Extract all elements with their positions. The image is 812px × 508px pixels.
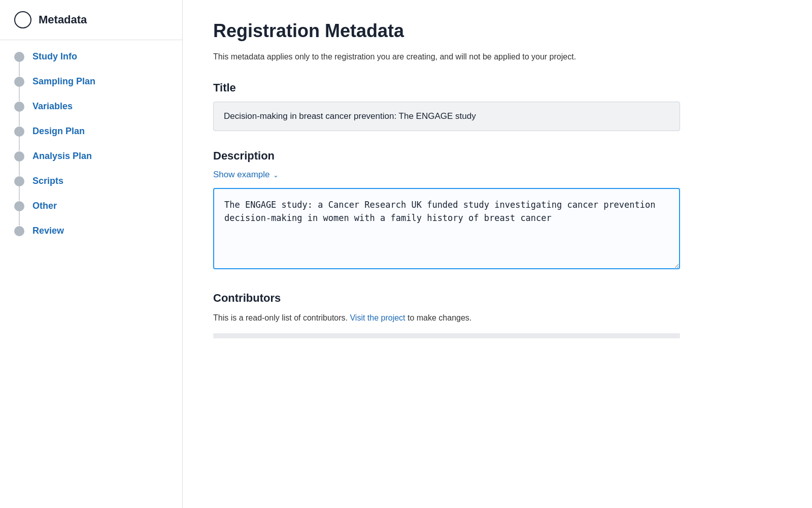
scripts-dot-icon	[14, 176, 24, 186]
design-plan-dot-icon	[14, 126, 24, 137]
contributors-heading: Contributors	[213, 292, 782, 305]
variables-dot-icon	[14, 102, 24, 112]
sidebar-item-sampling-plan[interactable]: Sampling Plan	[0, 69, 182, 94]
title-section-heading: Title	[213, 81, 782, 94]
sidebar-item-label-sampling-plan: Sampling Plan	[32, 76, 95, 87]
sidebar-item-other[interactable]: Other	[0, 194, 182, 218]
metadata-circle-icon	[14, 11, 31, 28]
description-textarea[interactable]	[213, 188, 680, 269]
review-dot-icon	[14, 226, 24, 236]
analysis-plan-dot-icon	[14, 151, 24, 162]
sidebar-item-variables[interactable]: Variables	[0, 94, 182, 119]
sidebar-item-label-review: Review	[32, 226, 64, 236]
main-content: Registration Metadata This metadata appl…	[183, 0, 812, 508]
show-example-label: Show example	[213, 170, 270, 180]
sidebar-item-label-analysis-plan: Analysis Plan	[32, 151, 92, 162]
sidebar: Metadata Study InfoSampling PlanVariable…	[0, 0, 183, 508]
sidebar-header[interactable]: Metadata	[0, 0, 182, 40]
sampling-plan-dot-icon	[14, 77, 24, 87]
description-section-heading: Description	[213, 149, 782, 163]
visit-project-link[interactable]: Visit the project	[350, 313, 405, 322]
other-dot-icon	[14, 201, 24, 211]
sidebar-item-review[interactable]: Review	[0, 218, 182, 243]
sidebar-item-label-variables: Variables	[32, 101, 73, 112]
study-info-dot-icon	[14, 52, 24, 62]
sidebar-nav: Study InfoSampling PlanVariablesDesign P…	[0, 40, 182, 508]
sidebar-item-design-plan[interactable]: Design Plan	[0, 119, 182, 144]
sidebar-item-label-other: Other	[32, 201, 57, 211]
sidebar-item-analysis-plan[interactable]: Analysis Plan	[0, 144, 182, 169]
contributors-description: This is a read-only list of contributors…	[213, 312, 782, 324]
sidebar-item-label-scripts: Scripts	[32, 176, 63, 186]
title-input[interactable]	[213, 102, 680, 131]
chevron-down-icon: ⌄	[273, 171, 279, 179]
sidebar-item-label-study-info: Study Info	[32, 51, 77, 62]
contributors-suffix: to make changes.	[408, 313, 471, 322]
contributors-prefix: This is a read-only list of contributors…	[213, 313, 348, 322]
page-description: This metadata applies only to the regist…	[213, 51, 655, 63]
sidebar-title: Metadata	[39, 13, 87, 26]
show-example-button[interactable]: Show example ⌄	[213, 170, 279, 180]
page-title: Registration Metadata	[213, 20, 782, 42]
sidebar-item-study-info[interactable]: Study Info	[0, 44, 182, 69]
sidebar-item-scripts[interactable]: Scripts	[0, 169, 182, 194]
sidebar-item-label-design-plan: Design Plan	[32, 126, 85, 137]
contributors-bar	[213, 333, 680, 338]
contributors-section: Contributors This is a read-only list of…	[213, 292, 782, 338]
